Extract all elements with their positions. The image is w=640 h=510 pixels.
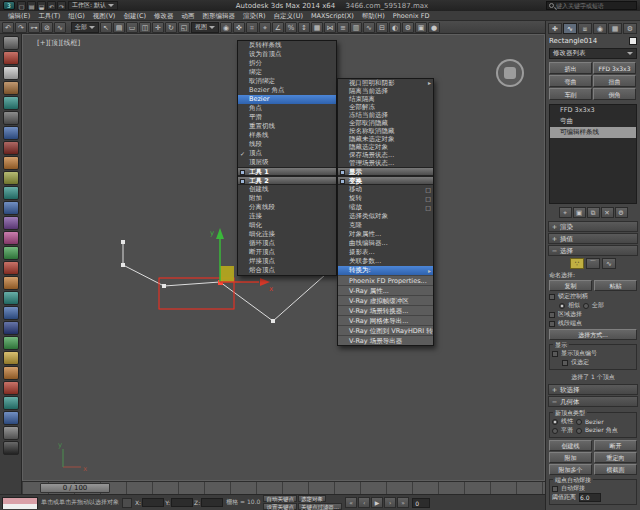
- quad-title-transform[interactable]: 变换: [338, 176, 433, 185]
- quad-menu-item[interactable]: Bezier: [238, 95, 336, 104]
- menu-item[interactable]: 修改器: [150, 11, 178, 21]
- quad-menu-item[interactable]: 焊接顶点: [238, 257, 336, 266]
- left-toolbar-icon[interactable]: [3, 66, 19, 80]
- left-toolbar-icon[interactable]: [3, 96, 19, 110]
- modifier-stack[interactable]: FFD 3x3x3弯曲可编辑样条线: [549, 104, 637, 204]
- workspace-selector[interactable]: 工作区: 默认: [68, 1, 118, 10]
- redo-icon[interactable]: ↷: [15, 22, 27, 33]
- quad-menu-item[interactable]: 全部解冻: [338, 103, 433, 111]
- quad-menu-item[interactable]: 细化连接: [238, 230, 336, 239]
- remove-modifier-button[interactable]: ✕: [601, 207, 614, 218]
- quad-menu-item[interactable]: V-Ray 属性...: [338, 285, 433, 295]
- coordinate-z-field[interactable]: [201, 498, 223, 507]
- quad-menu-item[interactable]: 绑定: [238, 68, 336, 77]
- weld-threshold-field[interactable]: 6.0: [579, 493, 601, 502]
- quad-menu-item[interactable]: 移动□: [338, 185, 433, 194]
- quad-menu-item[interactable]: 结束隔离: [338, 95, 433, 103]
- render-setup-icon[interactable]: ⚙: [402, 22, 414, 33]
- quad-menu-item[interactable]: 克隆: [338, 221, 433, 230]
- quad-menu-item[interactable]: 隔离当前选择: [338, 87, 433, 95]
- stack-item[interactable]: FFD 3x3x3: [550, 105, 636, 116]
- quad-menu-item[interactable]: 重置切线: [238, 122, 336, 131]
- rollout-soft-selection[interactable]: +软选择: [548, 384, 638, 395]
- quad-title-display[interactable]: 显示: [338, 167, 433, 176]
- window-crossing-icon[interactable]: ◫: [139, 22, 151, 33]
- rollout-geometry[interactable]: −几何体: [548, 396, 638, 407]
- cross-section-button[interactable]: 横截面: [594, 464, 637, 475]
- quad-menu-item[interactable]: 熔合顶点: [238, 266, 336, 275]
- modifier-button[interactable]: 挤出: [549, 62, 592, 74]
- object-name-field[interactable]: Rectangle014: [549, 37, 626, 45]
- smooth-radio[interactable]: [552, 428, 558, 434]
- menu-item[interactable]: 创建(C): [119, 11, 150, 21]
- select-by-name-icon[interactable]: ▤: [113, 22, 125, 33]
- quad-menu-item[interactable]: 选择类似对象: [338, 212, 433, 221]
- quad-menu-item[interactable]: 保存场景状态...: [338, 151, 433, 159]
- hierarchy-tab[interactable]: ⧈: [578, 23, 592, 34]
- display-tab[interactable]: ▦: [608, 23, 622, 34]
- maxscript-mini-listener[interactable]: [2, 497, 38, 509]
- menu-item[interactable]: 视图(V): [89, 11, 120, 21]
- stack-item[interactable]: 弯曲: [550, 116, 636, 127]
- quad-menu-item[interactable]: 关联参数...: [338, 257, 433, 266]
- quad-menu-item[interactable]: 旋转□: [338, 194, 433, 203]
- menu-item[interactable]: 编辑(E): [4, 11, 34, 21]
- coordinate-y-field[interactable]: [171, 498, 193, 507]
- set-key-button[interactable]: 设置关键点: [263, 503, 297, 510]
- menu-item[interactable]: 组(G): [64, 11, 89, 21]
- left-toolbar-icon[interactable]: [3, 441, 19, 455]
- angle-snap-icon[interactable]: ∠: [272, 22, 284, 33]
- time-slider[interactable]: 0 / 100: [22, 481, 545, 494]
- linear-radio[interactable]: [552, 419, 558, 425]
- rendered-frame-window-icon[interactable]: ▣: [415, 22, 427, 33]
- quad-title-tools2[interactable]: 工具 2: [238, 176, 336, 185]
- left-toolbar-icon[interactable]: [3, 396, 19, 410]
- reference-coordinate-dropdown[interactable]: 视图: [191, 22, 219, 33]
- quad-menu-item[interactable]: 设为首顶点: [238, 50, 336, 59]
- spline-vertex[interactable]: [162, 284, 166, 288]
- quad-menu-item[interactable]: 曲线编辑器...: [338, 239, 433, 248]
- left-toolbar-icon[interactable]: [3, 276, 19, 290]
- spline-subobject-button[interactable]: ∿: [602, 258, 616, 269]
- play-button[interactable]: ▶: [371, 497, 383, 508]
- mirror-icon[interactable]: ⋈: [324, 22, 336, 33]
- menu-item[interactable]: 渲染(R): [239, 11, 270, 21]
- left-toolbar-icon[interactable]: [3, 141, 19, 155]
- left-toolbar-icon[interactable]: [3, 186, 19, 200]
- left-toolbar-icon[interactable]: [3, 201, 19, 215]
- undo-icon[interactable]: ↶: [2, 22, 14, 33]
- quad-menu-item[interactable]: 对象属性...: [338, 230, 433, 239]
- left-toolbar-icon[interactable]: [3, 336, 19, 350]
- motion-tab[interactable]: ◉: [593, 23, 607, 34]
- left-toolbar-icon[interactable]: [3, 321, 19, 335]
- left-toolbar-icon[interactable]: [3, 366, 19, 380]
- menu-item[interactable]: 工具(T): [34, 11, 64, 21]
- modifier-button[interactable]: 弯曲: [549, 75, 592, 87]
- current-frame-field[interactable]: 0: [412, 498, 430, 508]
- render-production-icon[interactable]: ●: [428, 22, 440, 33]
- bezier-radio[interactable]: [576, 419, 582, 425]
- quad-menu-item[interactable]: V-Ray 场景导出器: [338, 335, 433, 345]
- quad-menu-item[interactable]: 缩放□: [338, 203, 433, 212]
- break-button[interactable]: 断开: [594, 440, 637, 451]
- quad-menu-item[interactable]: 创建线: [238, 185, 336, 194]
- left-toolbar-icon[interactable]: [3, 426, 19, 440]
- attach-multiple-button[interactable]: 附加多个: [549, 464, 592, 475]
- menu-item[interactable]: MAXScript(X): [307, 11, 358, 21]
- make-unique-button[interactable]: ⧉: [587, 207, 600, 218]
- quad-menu-item[interactable]: 摄影表...: [338, 248, 433, 257]
- save-file-icon[interactable]: ⬓: [37, 1, 46, 10]
- copy-named-selection-button[interactable]: 复制: [549, 280, 592, 291]
- selection-filter-dropdown[interactable]: 全部: [71, 22, 99, 33]
- modifier-button[interactable]: 倒角: [593, 88, 636, 100]
- viewport-label[interactable]: [+][顶][线框]: [37, 38, 80, 48]
- quad-menu-item[interactable]: V-Ray 网格体导出...: [338, 315, 433, 325]
- modify-tab[interactable]: ∿: [563, 23, 577, 34]
- select-and-uniform-scale-icon[interactable]: ◱: [178, 22, 190, 33]
- new-scene-icon[interactable]: ▢: [17, 1, 26, 10]
- go-to-end-button[interactable]: »: [397, 497, 409, 508]
- select-and-rotate-icon[interactable]: ↻: [165, 22, 177, 33]
- search-input[interactable]: [556, 2, 634, 9]
- layer-manager-icon[interactable]: ▥: [350, 22, 362, 33]
- open-file-icon[interactable]: ▤: [27, 1, 36, 10]
